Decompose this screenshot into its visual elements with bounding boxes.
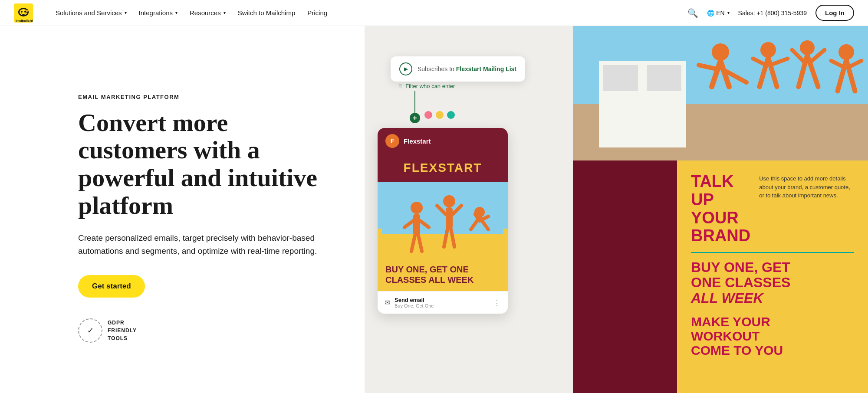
- flexstart-image-area: [378, 182, 508, 260]
- email-card-inner: FLEXSTART: [378, 154, 508, 291]
- email-card-footer: ✉ Send email Buy One, Get One ⋮: [378, 291, 508, 314]
- nav-switch[interactable]: Switch to Mailchimp: [233, 6, 301, 20]
- brand-avatar: F: [385, 134, 399, 148]
- nav-integrations[interactable]: Integrations ▾: [134, 6, 183, 20]
- nav-pricing-label: Pricing: [307, 9, 327, 16]
- svg-point-17: [443, 195, 455, 207]
- login-button[interactable]: Log In: [815, 5, 854, 21]
- logo-link[interactable]: intuit mailchimp: [14, 3, 33, 23]
- play-icon: ▶: [399, 62, 412, 75]
- lang-chevron-icon: ▾: [727, 10, 730, 15]
- yoga-illustration: [382, 190, 503, 260]
- nav-resources-label: Resources: [190, 9, 221, 16]
- sales-number: Sales: +1 (800) 315-5939: [738, 10, 807, 16]
- nav-solutions-label: Solutions and Services: [56, 9, 122, 16]
- hero-subtext: Create personalized emails, target preci…: [78, 232, 321, 258]
- promo-text-area: BUY ONE, GET ONE CLASSES ALL WEEK: [378, 260, 508, 291]
- more-options-icon[interactable]: ⋮: [493, 298, 501, 308]
- lang-label: EN: [716, 10, 724, 16]
- photo-region-top: [573, 26, 868, 160]
- svg-rect-18: [446, 207, 453, 229]
- svg-point-11: [411, 202, 423, 214]
- get-started-button[interactable]: Get started: [78, 275, 145, 298]
- chevron-down-icon: ▾: [125, 10, 127, 15]
- nav-integrations-label: Integrations: [139, 9, 173, 16]
- nav-pricing[interactable]: Pricing: [302, 6, 332, 20]
- filter-text: Filter who can enter: [405, 83, 455, 89]
- gdpr-text: GDPR FRIENDLY TOOLS: [108, 319, 137, 342]
- trigger-link: Flexstart Mailing List: [456, 66, 516, 72]
- chevron-down-icon: ▾: [175, 10, 178, 15]
- email-card-header: F Flexstart: [378, 128, 508, 154]
- gdpr-circle-icon: ✓: [78, 318, 102, 343]
- nav-resources[interactable]: Resources ▾: [184, 6, 231, 20]
- send-email-text: Send email: [395, 297, 434, 303]
- dot-teal: [447, 111, 455, 119]
- email-icon: ✉: [385, 298, 390, 307]
- send-email-sub: Buy One, Get One: [395, 303, 434, 308]
- talk-up-note: Use this space to add more details about…: [759, 174, 854, 200]
- add-step-button[interactable]: +: [410, 113, 420, 123]
- nav-right: 🔍 🌐 EN ▾ Sales: +1 (800) 315-5939 Log In: [687, 5, 854, 21]
- flexstart-title: FLEXSTART: [385, 161, 500, 175]
- yellow-promo-panel: TALK UP YOUR BRAND Use this space to add…: [677, 160, 868, 393]
- hero-right-content: ▶ Subscribes to Flexstart Mailing List ≡…: [365, 26, 868, 393]
- hero-eyebrow: EMAIL MARKETING PLATFORM: [78, 94, 330, 100]
- promo-main-text: BUY ONE, GET ONE CLASSES ALL WEEK: [385, 264, 500, 285]
- buy-one-promo-text: BUY ONE, GET ONE CLASSES ALL WEEK: [691, 260, 854, 306]
- hero-headline: Convert more customers with a powerful a…: [78, 109, 330, 219]
- hero-section: EMAIL MARKETING PLATFORM Convert more cu…: [0, 26, 868, 393]
- hero-left-content: EMAIL MARKETING PLATFORM Convert more cu…: [0, 26, 365, 393]
- nav-solutions[interactable]: Solutions and Services ▾: [50, 6, 132, 20]
- brand-name: Flexstart: [404, 138, 431, 145]
- search-icon[interactable]: 🔍: [687, 8, 698, 18]
- mailchimp-logo-icon: intuit mailchimp: [14, 3, 33, 23]
- svg-rect-32: [603, 65, 638, 91]
- svg-point-3: [21, 11, 23, 13]
- send-email-label: ✉ Send email Buy One, Get One: [385, 297, 434, 308]
- gdpr-badge: ✓ GDPR FRIENDLY TOOLS: [78, 318, 330, 343]
- trigger-card: ▶ Subscribes to Flexstart Mailing List: [391, 56, 525, 82]
- nav-switch-label: Switch to Mailchimp: [238, 9, 296, 16]
- make-workout-text: MAKE YOUR WORKOUT COME TO YOU: [691, 314, 854, 357]
- filter-line: ≡ Filter who can enter: [398, 82, 455, 89]
- svg-point-6: [26, 10, 28, 12]
- language-selector[interactable]: 🌐 EN ▾: [707, 10, 729, 16]
- teal-divider: [691, 252, 854, 253]
- globe-icon: 🌐: [707, 10, 714, 16]
- svg-rect-12: [413, 214, 420, 236]
- svg-rect-33: [647, 65, 681, 91]
- main-nav: intuit mailchimp Solutions and Services …: [0, 0, 868, 26]
- dot-yellow: [436, 111, 444, 119]
- flexstart-banner: FLEXSTART: [378, 154, 508, 182]
- hero-photo-top: [573, 26, 868, 160]
- trigger-text: Subscribes to Flexstart Mailing List: [418, 66, 516, 72]
- filter-icon: ≡: [398, 82, 402, 89]
- dot-pink: [424, 111, 432, 119]
- talk-up-text: TALK UP YOUR BRAND: [691, 173, 750, 245]
- dots-row: [424, 111, 455, 119]
- chevron-down-icon: ▾: [224, 10, 226, 15]
- nav-links: Solutions and Services ▾ Integrations ▾ …: [50, 6, 687, 20]
- svg-text:mailchimp: mailchimp: [21, 19, 33, 23]
- email-card-mockup: F Flexstart FLEXSTART: [378, 128, 508, 314]
